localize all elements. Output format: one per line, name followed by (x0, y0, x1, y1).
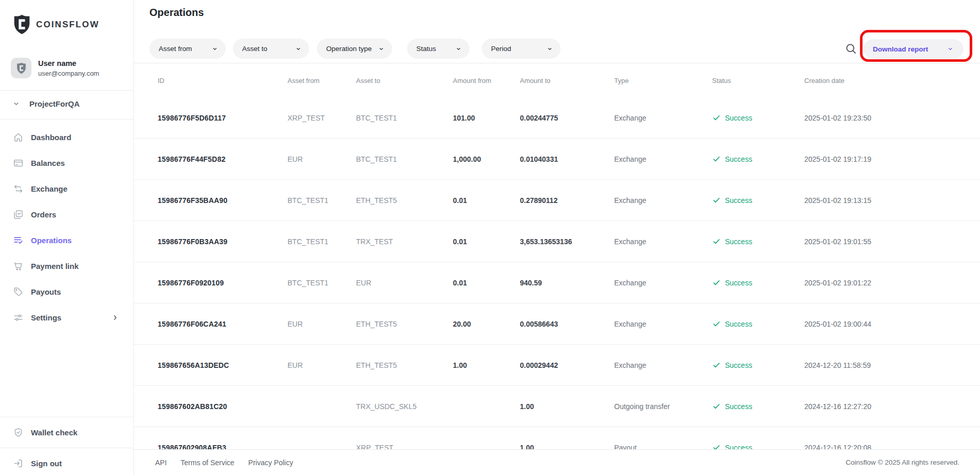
sidebar-item-dashboard[interactable]: Dashboard (0, 124, 133, 150)
chevron-down-icon (455, 46, 462, 52)
cell-id: 15986776F35BAA90 (158, 196, 288, 205)
sidebar-item-settings[interactable]: Settings (0, 304, 133, 330)
table-row[interactable]: 15986776F5D6D117XRP_TESTBTC_TEST1101.000… (134, 97, 980, 139)
footer-link-api[interactable]: API (155, 459, 167, 467)
cell-asset-to: ETH_TEST5 (356, 320, 453, 328)
footer: APITerms of ServicePrivacy Policy Coinsf… (134, 449, 980, 475)
cart-icon (13, 261, 24, 272)
brand-wordmark: COINSFLOW (36, 20, 99, 30)
sidebar-item-wallet-check[interactable]: Wallet check (0, 419, 133, 445)
sidebar-item-payment-link[interactable]: Payment link (0, 253, 133, 279)
download-report-button[interactable]: Download report (864, 39, 964, 59)
cell-amount-from: 20.00 (453, 320, 520, 328)
filter-label: Operation type (326, 45, 372, 53)
user-menu[interactable]: User name user@company.com (11, 58, 99, 78)
cell-amount-to: 0.00244775 (520, 114, 614, 122)
cell-creation-date: 2024-12-20 11:58:59 (804, 361, 980, 369)
column-header-asset-from: Asset from (288, 77, 356, 84)
check-icon (712, 196, 721, 205)
project-selector[interactable]: ProjectForQA (12, 96, 80, 111)
table-row[interactable]: 15986776F0B3AA39BTC_TEST1TRX_TEST0.013,6… (134, 221, 980, 262)
table-row[interactable]: 15986776F44F5D82EURBTC_TEST11,000.000.01… (134, 139, 980, 180)
sidebar-item-balances[interactable]: Balances (0, 150, 133, 176)
cell-amount-from: 101.00 (453, 114, 520, 122)
table-row[interactable]: 15986776F35BAA90BTC_TEST1ETH_TEST50.010.… (134, 180, 980, 221)
cell-asset-to: BTC_TEST1 (356, 114, 453, 122)
sidebar-nav: DashboardBalancesExchangeOrdersOperation… (0, 124, 133, 330)
sidebar-item-label: Dashboard (31, 133, 71, 142)
check-icon (712, 402, 721, 411)
user-info: User name user@company.com (38, 59, 99, 77)
sidebar-item-label: Orders (31, 210, 56, 219)
cell-amount-from: 0.01 (453, 279, 520, 287)
cell-type: Exchange (614, 279, 712, 287)
cell-creation-date: 2025-01-02 19:01:55 (804, 237, 980, 246)
sidebar: COINSFLOW User name user@company.com Pro… (0, 0, 134, 475)
cell-asset-from: XRP_TEST (288, 114, 356, 122)
cell-id: 15986776F44F5D82 (158, 155, 288, 163)
table-row[interactable]: 159867656A13DEDCEURETH_TEST51.000.000294… (134, 345, 980, 386)
table-row[interactable]: 15986776F06CA241EURETH_TEST520.000.00586… (134, 303, 980, 345)
cell-type: Exchange (614, 196, 712, 205)
user-email: user@company.com (38, 70, 99, 77)
cell-asset-to: BTC_TEST1 (356, 155, 453, 163)
swap-icon (13, 183, 24, 194)
filter-operation-type[interactable]: Operation type (317, 39, 392, 59)
table-body: 15986776F5D6D117XRP_TESTBTC_TEST1101.000… (134, 97, 980, 468)
footer-link-privacy-policy[interactable]: Privacy Policy (248, 459, 293, 467)
filter-status[interactable]: Status (407, 39, 469, 59)
copyright: Coinsflow © 2025 All rights reserved. (846, 459, 959, 466)
brand-logo[interactable]: COINSFLOW (12, 14, 99, 35)
cell-id: 15986776F0920109 (158, 279, 288, 287)
sidebar-item-payouts[interactable]: Payouts (0, 279, 133, 304)
sidebar-item-label: Exchange (31, 184, 67, 193)
footer-link-terms-of-service[interactable]: Terms of Service (181, 459, 234, 467)
home-icon (13, 132, 24, 143)
tag-icon (13, 286, 24, 297)
cell-asset-to: TRX_USDC_SKL5 (356, 402, 453, 411)
cell-asset-to: ETH_TEST5 (356, 361, 453, 369)
sidebar-item-orders[interactable]: Orders (0, 201, 133, 227)
filter-asset-from[interactable]: Asset from (149, 39, 226, 59)
sliders-icon (13, 312, 24, 323)
sidebar-item-label: Operations (31, 236, 72, 245)
filter-label: Asset from (159, 45, 192, 53)
cell-asset-to: ETH_TEST5 (356, 196, 453, 205)
project-name: ProjectForQA (29, 99, 80, 108)
column-header-creation-date: Creation date (804, 77, 980, 84)
status-badge: Success (725, 361, 752, 369)
chevron-down-icon (378, 46, 384, 52)
filter-label: Status (416, 45, 436, 53)
shield-check-icon (13, 427, 24, 438)
operations-table: IDAsset fromAsset toAmount fromAmount to… (134, 63, 980, 475)
filter-asset-to[interactable]: Asset to (233, 39, 309, 59)
cell-status: Success (712, 361, 804, 369)
avatar (11, 58, 31, 78)
check-icon (712, 361, 721, 369)
cell-type: Outgoing transfer (614, 402, 712, 411)
operations-icon (13, 235, 24, 246)
sidebar-item-label: Payment link (31, 262, 79, 270)
table-row[interactable]: 15986776F0920109BTC_TEST1EUR0.01940.59Ex… (134, 262, 980, 303)
cell-amount-from: 0.01 (453, 196, 520, 205)
cell-amount-to: 0.00029442 (520, 361, 614, 369)
column-header-amount-from: Amount from (453, 77, 520, 84)
cell-creation-date: 2025-01-02 19:00:44 (804, 320, 980, 328)
cell-status: Success (712, 155, 804, 163)
table-header-row: IDAsset fromAsset toAmount fromAmount to… (134, 63, 980, 97)
table-row[interactable]: 159867602AB81C20TRX_USDC_SKL51.00Outgoin… (134, 386, 980, 427)
cell-status: Success (712, 113, 804, 122)
filter-period[interactable]: Period (482, 39, 561, 59)
status-badge: Success (725, 196, 752, 205)
column-header-type: Type (614, 77, 712, 84)
filter-label: Asset to (242, 45, 267, 53)
sidebar-item-exchange[interactable]: Exchange (0, 176, 133, 201)
cell-asset-to: TRX_TEST (356, 237, 453, 246)
chevron-down-icon (212, 46, 218, 52)
sidebar-item-operations[interactable]: Operations (0, 227, 133, 253)
cell-status: Success (712, 319, 804, 328)
cell-status: Success (712, 196, 804, 205)
search-button[interactable] (844, 42, 857, 55)
sidebar-item-label: Wallet check (31, 428, 77, 437)
sidebar-item-sign-out[interactable]: Sign out (0, 450, 133, 475)
